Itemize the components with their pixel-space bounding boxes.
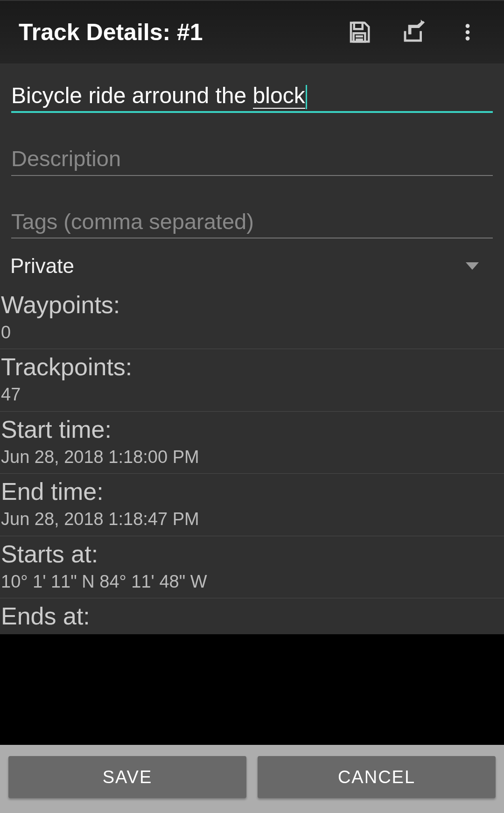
text-cursor <box>306 85 307 109</box>
svg-point-7 <box>466 36 470 41</box>
page-title: Track Details: #1 <box>19 19 346 46</box>
starts-at-value: 10° 1' 11" N 84° 11' 48" W <box>0 569 504 595</box>
starts-at-row: Starts at: 10° 1' 11" N 84° 11' 48" W <box>0 536 504 598</box>
visibility-selected: Private <box>10 254 466 278</box>
svg-rect-0 <box>354 23 363 29</box>
end-time-label: End time: <box>0 477 504 507</box>
trackpoints-row: Trackpoints: 47 <box>0 349 504 411</box>
description-placeholder: Description <box>11 146 121 171</box>
start-time-row: Start time: Jun 28, 2018 1:18:00 PM <box>0 412 504 474</box>
description-field-wrap: Description <box>0 141 504 175</box>
info-list: Waypoints: 0 Trackpoints: 47 Start time:… <box>0 287 504 634</box>
title-text-underlined: block <box>253 83 305 109</box>
tags-placeholder: Tags (comma separated) <box>11 209 254 234</box>
ends-at-row: Ends at: <box>0 598 504 634</box>
footer-bar: SAVE CANCEL <box>0 745 504 813</box>
appbar-actions <box>346 19 490 45</box>
save-button[interactable]: SAVE <box>8 756 246 798</box>
description-input[interactable]: Description <box>11 141 493 175</box>
waypoints-label: Waypoints: <box>0 290 504 320</box>
end-time-value: Jun 28, 2018 1:18:47 PM <box>0 507 504 533</box>
svg-point-6 <box>466 30 470 35</box>
tags-field-wrap: Tags (comma separated) <box>0 204 504 238</box>
waypoints-row: Waypoints: 0 <box>0 287 504 349</box>
visibility-dropdown[interactable]: Private <box>0 248 504 287</box>
ends-at-label: Ends at: <box>0 601 504 631</box>
tags-input[interactable]: Tags (comma separated) <box>11 204 493 238</box>
waypoints-value: 0 <box>0 320 504 346</box>
content-area: Bicycle ride arround the block Descripti… <box>0 63 504 634</box>
svg-point-5 <box>466 24 470 28</box>
start-time-value: Jun 28, 2018 1:18:00 PM <box>0 445 504 470</box>
overflow-menu-icon[interactable] <box>455 19 481 45</box>
start-time-label: Start time: <box>0 414 504 445</box>
cancel-button[interactable]: CANCEL <box>258 756 496 798</box>
save-icon[interactable] <box>346 19 372 45</box>
svg-marker-4 <box>421 20 424 26</box>
trackpoints-value: 47 <box>0 382 504 408</box>
title-text-prefix: Bicycle ride arround the <box>11 83 253 108</box>
share-icon[interactable] <box>400 19 427 45</box>
starts-at-label: Starts at: <box>0 539 504 569</box>
trackpoints-label: Trackpoints: <box>0 352 504 382</box>
chevron-down-icon <box>466 262 479 270</box>
title-input[interactable]: Bicycle ride arround the block <box>11 77 493 113</box>
title-field-wrap: Bicycle ride arround the block <box>0 77 504 113</box>
end-time-row: End time: Jun 28, 2018 1:18:47 PM <box>0 474 504 536</box>
appbar: Track Details: #1 <box>0 0 504 63</box>
